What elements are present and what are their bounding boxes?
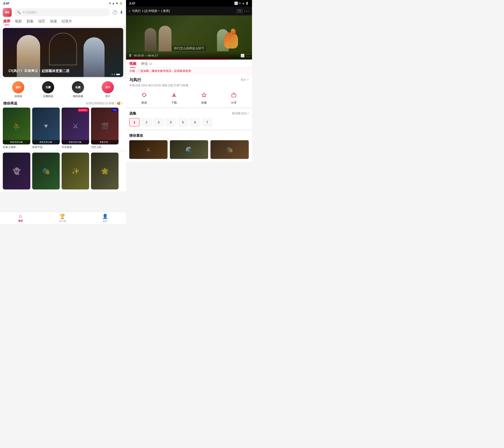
video-subtitle: 你们怎么说得这么轻巧 bbox=[172, 46, 206, 51]
rec-name-1: 灰色气流 bbox=[32, 145, 60, 149]
share-icon bbox=[231, 92, 237, 98]
history-icon[interactable]: 🕐 bbox=[112, 10, 117, 15]
video-time-display: 00:33:33 — 00:41:17 bbox=[134, 54, 239, 57]
rec-right-0[interactable]: ⚔ bbox=[129, 140, 167, 159]
quick-action-request[interactable]: 求片 求片 bbox=[102, 81, 114, 98]
ep-7[interactable]: 7 bbox=[202, 118, 212, 126]
rec-item-0[interactable]: ⛹ 更新至第04集 女孩上场第… bbox=[3, 108, 30, 149]
tab-comments[interactable]: 评论 12 bbox=[141, 62, 152, 67]
request-icon: 求片 bbox=[102, 81, 114, 93]
rec-right-title: 猜你喜欢 bbox=[129, 133, 249, 138]
play-pause-button[interactable]: ⏸ bbox=[128, 54, 132, 58]
ep-5[interactable]: 5 bbox=[178, 118, 188, 126]
episode-title: 选集 bbox=[129, 111, 136, 116]
tab-variety[interactable]: 综艺 bbox=[38, 19, 45, 25]
svg-point-1 bbox=[145, 94, 146, 95]
more-button[interactable]: ··· bbox=[244, 9, 249, 14]
logo-avatar[interactable]: 晕娘 bbox=[3, 8, 12, 17]
drama-intro-link[interactable]: 简介 > bbox=[241, 78, 249, 82]
episode-more[interactable]: 第39集完结 > bbox=[232, 111, 249, 115]
action-share[interactable]: 分享 bbox=[229, 90, 238, 105]
rec-section-more[interactable]: 好用记得帮我们分享哦！🥰 > bbox=[86, 102, 123, 106]
rec-update-0: 更新至第04集 bbox=[3, 140, 30, 144]
quick-action-douban[interactable]: 豆瓣 豆瓣精选 bbox=[42, 81, 54, 98]
current-time: 00:33:33 bbox=[134, 54, 144, 57]
rec-item-5[interactable]: 🎭 bbox=[32, 153, 60, 189]
download-icon[interactable]: ⬇ bbox=[120, 10, 123, 15]
rec-thumb-7: 🌟 bbox=[91, 153, 119, 189]
dot-1 bbox=[111, 74, 113, 75]
rec-item-6[interactable]: ✨ bbox=[62, 153, 89, 189]
bottom-nav: ⌂ 首页 🏆 排行榜 👤 我的 bbox=[0, 212, 126, 224]
time-sep: — bbox=[145, 54, 148, 57]
nav-profile[interactable]: 👤 我的 bbox=[102, 214, 108, 223]
ep-1[interactable]: 1 bbox=[129, 118, 140, 126]
back-button[interactable]: ‹ bbox=[129, 9, 130, 13]
nav-ranking[interactable]: 🏆 排行榜 bbox=[59, 214, 66, 223]
signin-label: 待添加 bbox=[15, 94, 22, 98]
fullscreen-icon[interactable]: ⛶ bbox=[246, 54, 250, 57]
screenshot-icon[interactable]: ⬜ bbox=[241, 54, 245, 57]
time-right: 2:47 bbox=[129, 2, 135, 5]
banner-text-area: 《与凤行》高燃爽逗！赵丽颖林更新二搭 bbox=[6, 69, 120, 73]
profile-icon: 👤 bbox=[102, 214, 108, 219]
status-icons-left: A ▲ ▼ 🔋 bbox=[109, 2, 123, 5]
ep-2[interactable]: 2 bbox=[141, 118, 152, 126]
action-collect[interactable]: 收藏 bbox=[199, 90, 209, 105]
tab-video[interactable]: 视频 bbox=[129, 62, 136, 67]
rec-item-4[interactable]: 👻 bbox=[3, 153, 30, 189]
svg-rect-2 bbox=[232, 94, 236, 97]
video-controls: ⏸ 00:33:33 — 00:41:17 ⬜ ⛶ bbox=[126, 51, 252, 60]
rec-item-1[interactable]: ♥ 更新至第02集 灰色气流 bbox=[32, 108, 60, 149]
tab-recommend[interactable]: 推荐 bbox=[3, 19, 10, 25]
tab-documentary[interactable]: 纪录片 bbox=[62, 19, 72, 25]
rec-img-2: ⚔ bbox=[62, 108, 89, 144]
request-label: 求片 bbox=[105, 94, 110, 98]
header-actions: 🕐 ⬇ bbox=[112, 10, 123, 15]
action-download[interactable]: 下载 bbox=[169, 90, 179, 105]
time-left: 2:47 bbox=[3, 2, 9, 5]
rec-item-3[interactable]: 🎬 max 更新至第… 大巴上的… bbox=[91, 108, 119, 149]
rec-right-thumb-2: 🎭 bbox=[211, 140, 249, 159]
svg-point-0 bbox=[142, 94, 143, 95]
drama-title: 与凤行 bbox=[129, 77, 141, 83]
search-box[interactable]: 🔍 今天的她们 bbox=[14, 8, 110, 16]
ep-6[interactable]: 6 bbox=[190, 118, 200, 126]
progress-bar[interactable] bbox=[126, 59, 252, 60]
rec-right-1[interactable]: 🌊 bbox=[170, 140, 208, 159]
ep-4[interactable]: 4 bbox=[166, 118, 176, 126]
quick-action-fav[interactable]: 收藏 我的收藏 bbox=[72, 81, 84, 98]
star-icon bbox=[201, 92, 207, 98]
nav-home[interactable]: ⌂ 首页 bbox=[18, 214, 23, 223]
rec-name-3: 大巴上的… bbox=[91, 145, 119, 149]
rec-item-7[interactable]: 🌟 bbox=[91, 153, 119, 189]
battery-right: 🔋 bbox=[246, 2, 249, 5]
right-scroll-area: 与凤行 简介 > 中国大陆 2024 每日20:00 湖南卫视 芒果TV首播 bbox=[126, 74, 252, 224]
rec-thumb-6: ✨ bbox=[62, 153, 89, 189]
video-player[interactable]: 你们怎么说得这么轻巧 ⏸ 00:33:33 — 00:41:17 ⬜ ⛶ bbox=[126, 15, 252, 60]
quick-actions: 签到 待添加 豆瓣 豆瓣精选 收藏 我的收藏 求片 求片 bbox=[0, 79, 126, 99]
home-label: 首页 bbox=[18, 219, 23, 223]
episode-grid: 1 2 3 4 5 6 7 bbox=[129, 118, 249, 126]
download-icon-wrap bbox=[169, 90, 179, 100]
rec-badge-2: 敬请期待 bbox=[78, 108, 88, 112]
rec-item-2[interactable]: ⚔ 敬请期待 更新至第20集 又见逍遥 bbox=[62, 108, 89, 149]
quick-action-signin[interactable]: 签到 待添加 bbox=[12, 81, 24, 98]
rec-update-2: 更新至第20集 bbox=[62, 140, 89, 144]
rec-section-right: 猜你喜欢 ⚔ 🌊 🎭 bbox=[126, 131, 252, 162]
tab-drama[interactable]: 剧集 bbox=[27, 19, 34, 25]
video-tabs: 视频 评论 12 bbox=[126, 60, 252, 68]
tab-movie[interactable]: 电影 bbox=[15, 19, 22, 25]
action-source[interactable]: 换源 bbox=[140, 90, 149, 105]
main-banner[interactable]: 《与凤行》高燃爽逗！赵丽颖林更新二搭 bbox=[3, 28, 123, 77]
rec-update-1: 更新至第02集 bbox=[32, 140, 60, 144]
tab-anime[interactable]: 动漫 bbox=[50, 19, 57, 25]
rec-name-0: 女孩上场第… bbox=[3, 145, 30, 149]
share-icon-wrap bbox=[229, 90, 238, 100]
rec-right-2[interactable]: 🎭 bbox=[211, 140, 249, 159]
rec-right-row: ⚔ 🌊 🎭 bbox=[129, 140, 249, 159]
banner-dots bbox=[111, 74, 120, 75]
ep-3[interactable]: 3 bbox=[154, 118, 164, 126]
drama-header: 与凤行 简介 > bbox=[129, 77, 249, 83]
left-scroll-area: 《与凤行》高燃爽逗！赵丽颖林更新二搭 签到 待添加 豆瓣 豆瓣精选 bbox=[0, 26, 126, 212]
